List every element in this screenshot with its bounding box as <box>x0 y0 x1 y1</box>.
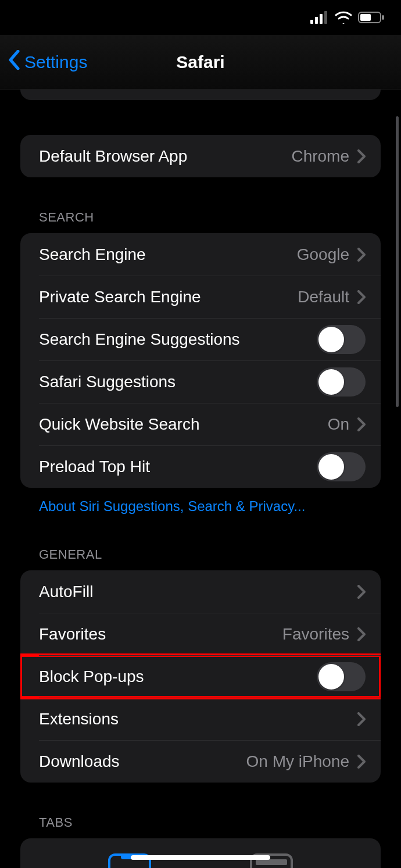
default-browser-group: Default Browser App Chrome <box>20 135 381 177</box>
content: Default Browser App Chrome SEARCH Search… <box>0 90 401 868</box>
chevron-right-icon <box>357 248 366 262</box>
row-value: Default <box>298 288 349 306</box>
row-label: Search Engine <box>39 245 297 264</box>
row-label: Search Engine Suggestions <box>39 330 317 349</box>
row-label: Favorites <box>39 625 282 644</box>
home-indicator[interactable] <box>131 855 270 860</box>
row-label: Private Search Engine <box>39 288 298 306</box>
row-value: On My iPhone <box>246 752 349 771</box>
cellular-icon <box>310 11 329 24</box>
downloads-row[interactable]: Downloads On My iPhone <box>20 740 381 783</box>
row-label: AutoFill <box>39 583 357 601</box>
svg-rect-3 <box>324 11 327 24</box>
row-label: Safari Suggestions <box>39 373 317 391</box>
scroll-indicator[interactable] <box>396 116 399 407</box>
block-popups-row: Block Pop-ups <box>20 655 381 698</box>
row-value: Chrome <box>291 147 349 166</box>
general-header: GENERAL <box>20 547 381 570</box>
svg-rect-0 <box>310 20 313 24</box>
safari-suggestions-row: Safari Suggestions <box>20 360 381 403</box>
chevron-right-icon <box>357 585 366 599</box>
siri-suggestions-privacy-link[interactable]: About Siri Suggestions, Search & Privacy… <box>20 488 381 515</box>
general-group: AutoFill Favorites Favorites Block Pop-u… <box>20 570 381 783</box>
row-value: Google <box>297 245 349 264</box>
favorites-row[interactable]: Favorites Favorites <box>20 613 381 655</box>
default-browser-row[interactable]: Default Browser App Chrome <box>20 135 381 177</box>
chevron-right-icon <box>357 417 366 431</box>
chevron-right-icon <box>357 712 366 726</box>
row-label: Preload Top Hit <box>39 458 317 476</box>
search-engine-row[interactable]: Search Engine Google <box>20 233 381 276</box>
row-label: Downloads <box>39 752 246 771</box>
row-label: Extensions <box>39 710 357 728</box>
chevron-right-icon <box>357 149 366 163</box>
extensions-row[interactable]: Extensions <box>20 698 381 740</box>
preload-top-hit-toggle[interactable] <box>317 452 366 481</box>
nav-bar: Settings Safari <box>0 35 401 90</box>
svg-rect-2 <box>320 14 323 24</box>
chevron-left-icon <box>8 50 20 74</box>
search-engine-suggestions-toggle[interactable] <box>317 325 366 354</box>
preload-top-hit-row: Preload Top Hit <box>20 445 381 488</box>
row-label: Quick Website Search <box>39 415 328 434</box>
svg-rect-1 <box>315 17 318 24</box>
row-label: Block Pop-ups <box>39 667 317 686</box>
svg-rect-6 <box>382 15 384 20</box>
search-group: Search Engine Google Private Search Engi… <box>20 233 381 488</box>
partial-previous-card <box>20 90 381 100</box>
row-value: On <box>328 415 349 434</box>
tabs-header: TABS <box>20 815 381 838</box>
back-label: Settings <box>24 52 87 72</box>
block-popups-toggle[interactable] <box>317 662 366 691</box>
chevron-right-icon <box>357 627 366 641</box>
svg-rect-5 <box>360 14 371 21</box>
row-label: Default Browser App <box>39 147 291 166</box>
search-engine-suggestions-row: Search Engine Suggestions <box>20 318 381 360</box>
private-search-engine-row[interactable]: Private Search Engine Default <box>20 276 381 318</box>
row-value: Favorites <box>282 625 349 644</box>
wifi-icon <box>335 11 352 24</box>
search-header: SEARCH <box>20 210 381 233</box>
quick-website-search-row[interactable]: Quick Website Search On <box>20 403 381 445</box>
status-bar <box>0 0 401 35</box>
chevron-right-icon <box>357 755 366 769</box>
autofill-row[interactable]: AutoFill <box>20 570 381 613</box>
battery-icon <box>358 11 385 24</box>
tabs-group <box>20 838 381 868</box>
chevron-right-icon <box>357 290 366 304</box>
back-button[interactable]: Settings <box>8 35 87 89</box>
safari-suggestions-toggle[interactable] <box>317 367 366 397</box>
